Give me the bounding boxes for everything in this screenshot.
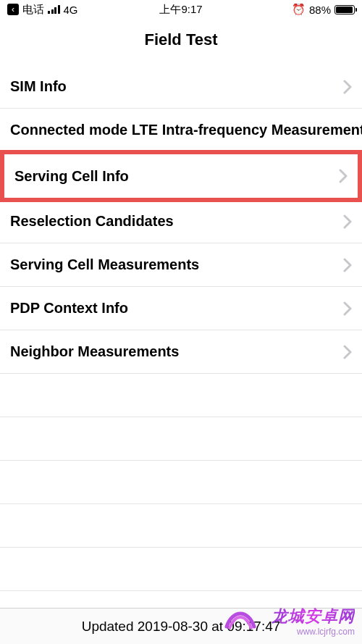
battery-icon (334, 5, 355, 14)
watermark: 龙城安卓网 www.lcjrfg.com (272, 607, 355, 637)
row-empty: . (0, 374, 362, 417)
highlight-box: Serving Cell Info (0, 150, 362, 202)
status-right: ⏰ 88% (292, 3, 355, 16)
back-app-label: 电话 (22, 3, 44, 17)
row-empty: . (0, 417, 362, 461)
row-empty: . (0, 504, 362, 548)
battery-percent: 88% (309, 4, 331, 16)
row-sim-info[interactable]: SIM Info (0, 65, 362, 109)
row-empty: . (0, 548, 362, 591)
back-chevron-icon: ‹ (12, 5, 14, 14)
network-label: 4G (64, 4, 78, 16)
chevron-right-icon (343, 80, 352, 94)
row-label: PDP Context Info (10, 300, 128, 317)
page-title: Field Test (0, 19, 362, 65)
watermark-sub: www.lcjrfg.com (272, 627, 355, 637)
menu-list: SIM Info Connected mode LTE Intra-freque… (0, 65, 362, 591)
watermark-swoosh-icon (224, 605, 257, 631)
row-connected-mode-lte[interactable]: Connected mode LTE Intra-frequency Measu… (0, 109, 362, 152)
alarm-icon: ⏰ (292, 3, 306, 16)
status-bar: ‹ 电话 4G 上午9:17 ⏰ 88% (0, 0, 362, 19)
chevron-right-icon (343, 258, 352, 272)
row-neighbor-measurements[interactable]: Neighbor Measurements (0, 330, 362, 374)
row-serving-cell-measurements[interactable]: Serving Cell Measurements (0, 243, 362, 287)
row-label: Serving Cell Measurements (10, 256, 199, 273)
row-empty: . (0, 461, 362, 504)
status-left: ‹ 电话 4G (7, 3, 78, 17)
row-label: Reselection Candidates (10, 213, 174, 230)
row-label: Serving Cell Info (14, 168, 129, 185)
chevron-right-icon (343, 301, 352, 316)
chevron-right-icon (343, 214, 352, 229)
back-app-chip[interactable]: ‹ (7, 4, 19, 15)
row-label: SIM Info (10, 78, 67, 95)
row-serving-cell-info[interactable]: Serving Cell Info (4, 154, 358, 198)
row-reselection-candidates[interactable]: Reselection Candidates (0, 200, 362, 243)
row-label: Connected mode LTE Intra-frequency Measu… (10, 122, 362, 138)
row-pdp-context-info[interactable]: PDP Context Info (0, 287, 362, 330)
watermark-main: 龙城安卓网 (272, 607, 355, 626)
signal-icon (48, 5, 60, 14)
chevron-right-icon (339, 169, 348, 183)
clock: 上午9:17 (159, 3, 202, 17)
row-label: Neighbor Measurements (10, 343, 179, 360)
chevron-right-icon (343, 345, 352, 359)
